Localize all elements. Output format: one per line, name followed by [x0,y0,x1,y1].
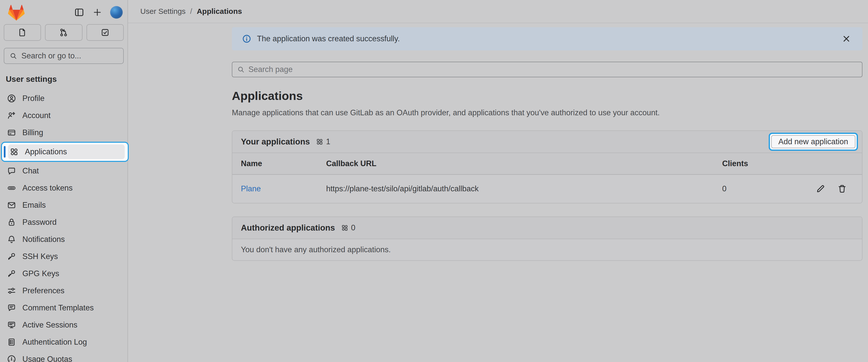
gauge-icon [7,355,16,362]
sidebar-item-gpg-keys[interactable]: GPG Keys [4,266,124,282]
page-title: Applications [232,89,863,103]
application-name-link[interactable]: Plane [241,184,326,193]
sidebar-item-chat[interactable]: Chat [4,163,124,179]
gitlab-tanuki-icon[interactable] [7,3,26,21]
applications-icon [9,147,19,156]
todo-check-icon[interactable] [87,24,124,41]
sidebar-item-profile[interactable]: Profile [4,90,124,107]
sidebar-item-label: Access tokens [22,184,73,193]
sidebar-item-access-tokens[interactable]: Access tokens [4,180,124,196]
sidebar-item-label: Chat [22,166,39,175]
sidebar-item-label: Profile [22,94,44,103]
sidebar-item-billing[interactable]: Billing [4,124,124,141]
avatar[interactable] [110,6,123,19]
sidebar-item-label: GPG Keys [22,269,59,278]
column-callback-url: Callback URL [326,159,722,168]
sidebar-item-label: Authentication Log [22,338,87,346]
breadcrumb-user-settings[interactable]: User Settings [140,7,186,16]
page-search-input[interactable] [248,65,858,74]
sidebar: Search or go to... User settings Profile… [0,0,128,362]
card-title: Your applications [241,137,310,146]
sidebar-item-label: Account [22,111,51,120]
main-area: User Settings / Applications The applica… [128,0,868,362]
sidebar-item-preferences[interactable]: Preferences [4,283,124,299]
sidebar-item-label: SSH Keys [22,252,58,261]
sidebar-nav: Profile Account Billing Appli [4,90,124,362]
add-new-application-button[interactable]: Add new application [771,135,856,148]
applications-count: 1 [326,137,330,146]
column-name: Name [241,159,326,168]
sidebar-item-comment-templates[interactable]: Comment Templates [4,300,124,316]
sidebar-item-label: Usage Quotas [22,355,72,362]
sidebar-item-label: Notifications [22,235,65,244]
close-icon[interactable] [841,34,851,44]
emails-icon [7,201,16,210]
alert-text: The application was created successfully… [257,34,400,43]
sidebar-item-password[interactable]: Password [4,214,124,230]
account-icon [7,111,16,120]
your-applications-header: Your applications 1 Add new application [232,131,862,153]
application-callback-url: https://plane-test/silo/api/gitlab/auth/… [326,184,722,193]
comment-templates-icon [7,303,16,312]
search-input[interactable]: Search or go to... [4,48,124,64]
info-icon [242,34,251,44]
breadcrumb-applications: Applications [197,7,242,16]
authorized-applications-header: Authorized applications 0 [232,217,862,239]
sidebar-item-label: Password [22,218,57,227]
billing-icon [7,128,16,137]
sidebar-item-emails[interactable]: Emails [4,197,124,213]
application-table-row: Plane https://plane-test/silo/api/gitlab… [232,175,862,203]
sidebar-item-label: Emails [22,201,46,210]
edit-icon[interactable] [816,184,825,194]
sidebar-item-label: Billing [22,128,43,137]
lock-icon [7,218,16,227]
chat-icon [7,166,16,175]
sidebar-item-label: Applications [25,147,67,156]
applications-table-header: Name Callback URL Clients [232,153,862,175]
breadcrumb-separator: / [190,7,192,16]
sidebar-item-account[interactable]: Account [4,108,124,123]
sidebar-section-label: User settings [6,75,124,84]
authorized-applications-card: Authorized applications 0 You don't have… [232,217,863,261]
search-placeholder: Search or go to... [21,51,81,60]
sidebar-item-applications[interactable]: Applications [1,142,129,162]
sidebar-item-notifications[interactable]: Notifications [4,231,124,247]
monitor-icon [7,321,16,330]
authorized-count: 0 [351,223,355,232]
card-title: Authorized applications [241,223,335,232]
applications-count-icon [316,138,323,145]
bell-icon [7,235,16,244]
plus-icon[interactable] [92,7,102,18]
sidebar-item-label: Preferences [22,286,64,295]
log-icon [7,338,16,346]
key-icon [7,269,16,278]
column-clients: Clients [722,159,816,168]
sidebar-item-label: Active Sessions [22,321,78,330]
page-content: The application was created successfully… [128,23,868,261]
application-clients-count: 0 [722,184,816,193]
sidebar-shortcuts [4,24,124,41]
sidebar-item-usage-quotas[interactable]: Usage Quotas [4,351,124,362]
merge-request-icon[interactable] [45,24,82,41]
search-icon [9,52,17,60]
key-icon [7,252,16,261]
breadcrumb: User Settings / Applications [128,0,868,23]
sliders-icon [7,286,16,295]
sidebar-item-ssh-keys[interactable]: SSH Keys [4,248,124,264]
sidebar-item-label: Comment Templates [22,303,94,312]
page-search-field [232,62,863,77]
delete-icon[interactable] [837,184,847,194]
profile-icon [7,94,16,103]
authorized-empty-message: You don't have any authorized applicatio… [232,239,862,260]
issues-icon[interactable] [4,24,41,41]
panel-toggle-icon[interactable] [74,7,85,18]
applications-count-icon [341,224,348,231]
success-alert: The application was created successfully… [232,27,863,50]
your-applications-card: Your applications 1 Add new application … [232,131,863,203]
sidebar-header [4,0,124,23]
sidebar-item-authentication-log[interactable]: Authentication Log [4,334,124,350]
access-tokens-icon [7,184,16,193]
search-icon [237,65,245,74]
active-indicator [4,146,5,158]
sidebar-item-active-sessions[interactable]: Active Sessions [4,317,124,333]
